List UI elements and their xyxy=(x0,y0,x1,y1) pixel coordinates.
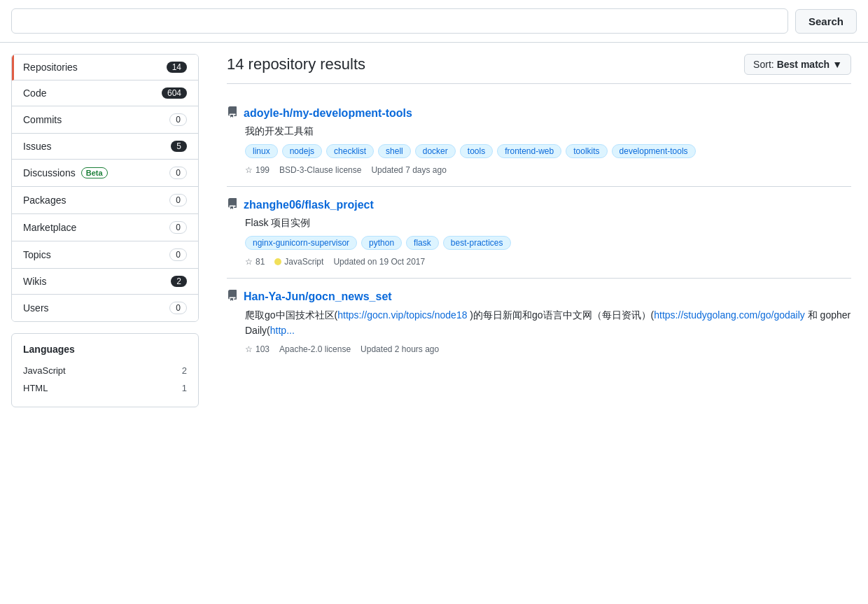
repo-3-updated: Updated 2 hours ago xyxy=(360,344,439,354)
repo-1-license: BSD-3-Clause license xyxy=(279,165,361,175)
repo-card-2: zhanghe06/flask_project Flask 项目实例 nginx… xyxy=(227,187,851,279)
results-header: 14 repository results Sort: Best match ▼ xyxy=(227,54,851,84)
repo-3-link-1[interactable]: https://gocn.vip/topics/node18 xyxy=(337,309,467,321)
commits-count: 0 xyxy=(169,113,187,126)
repo-icon-2 xyxy=(227,198,238,211)
sidebar-item-commits[interactable]: Commits 0 xyxy=(12,106,198,134)
repo-1-tags: linux nodejs checklist shell docker tool… xyxy=(245,144,851,158)
search-input[interactable]: in:readme 微信支付 stars>2000 xyxy=(11,8,788,34)
tag-docker[interactable]: docker xyxy=(415,144,456,158)
repo-1-name[interactable]: adoyle-h/my-development-tools xyxy=(244,107,412,120)
wikis-count: 2 xyxy=(171,276,187,287)
repo-3-link-2[interactable]: https://studygolang.com/go/godaily xyxy=(654,309,805,321)
tag-nodejs[interactable]: nodejs xyxy=(282,144,322,158)
results-area: 14 repository results Sort: Best match ▼… xyxy=(210,54,868,407)
sidebar-item-users[interactable]: Users 0 xyxy=(12,295,198,321)
repo-3-stars: ☆ 103 xyxy=(245,344,270,354)
sidebar: Repositories 14 Code 604 Commits 0 xyxy=(0,54,210,407)
repo-1-updated: Updated 7 days ago xyxy=(371,165,446,175)
tag-checklist[interactable]: checklist xyxy=(326,144,374,158)
repo-1-stars: ☆ 199 xyxy=(245,165,270,175)
repo-icon-3 xyxy=(227,290,238,303)
repo-3-name[interactable]: Han-Ya-Jun/gocn_news_set xyxy=(244,290,392,303)
sidebar-item-marketplace[interactable]: Marketplace 0 xyxy=(12,214,198,241)
topics-count: 0 xyxy=(169,248,187,261)
star-icon-3: ☆ xyxy=(245,344,253,354)
repo-2-language: JavaScript xyxy=(274,257,323,267)
sort-label: Sort: xyxy=(753,59,774,70)
tag-toolkits[interactable]: toolkits xyxy=(566,144,607,158)
repo-2-tags: nginx-gunicorn-supervisor python flask b… xyxy=(245,236,851,250)
repo-1-description: 我的开发工具箱 xyxy=(245,124,851,139)
repo-3-link-3[interactable]: http... xyxy=(270,325,295,336)
sidebar-item-packages[interactable]: Packages 0 xyxy=(12,187,198,214)
tag-development-tools[interactable]: development-tools xyxy=(612,144,696,158)
tag-frontend-web[interactable]: frontend-web xyxy=(497,144,561,158)
packages-count: 0 xyxy=(169,194,187,206)
repo-2-description: Flask 项目实例 xyxy=(245,216,851,230)
sort-button[interactable]: Sort: Best match ▼ xyxy=(744,54,851,75)
tag-python[interactable]: python xyxy=(361,236,402,250)
repo-card-1: adoyle-h/my-development-tools 我的开发工具箱 li… xyxy=(227,95,851,187)
sidebar-item-wikis[interactable]: Wikis 2 xyxy=(12,269,198,295)
sidebar-item-repositories[interactable]: Repositories 14 xyxy=(12,55,198,80)
issues-count: 5 xyxy=(171,141,187,152)
sidebar-item-topics[interactable]: Topics 0 xyxy=(12,241,198,269)
marketplace-count: 0 xyxy=(169,221,187,234)
repo-card-3: Han-Ya-Jun/gocn_news_set 爬取go中国技术社区(http… xyxy=(227,279,851,365)
search-bar: in:readme 微信支付 stars>2000 Search xyxy=(0,0,868,43)
languages-title: Languages xyxy=(23,344,187,355)
repositories-count: 14 xyxy=(167,62,187,73)
language-item-html[interactable]: HTML 1 xyxy=(23,379,187,397)
beta-badge: Beta xyxy=(81,167,108,178)
sidebar-item-code[interactable]: Code 604 xyxy=(12,80,198,106)
repo-1-meta: ☆ 199 BSD-3-Clause license Updated 7 day… xyxy=(245,165,851,175)
code-count: 604 xyxy=(162,87,187,99)
repo-2-name[interactable]: zhanghe06/flask_project xyxy=(244,199,374,211)
tag-best-practices[interactable]: best-practices xyxy=(443,236,511,250)
tag-nginx[interactable]: nginx-gunicorn-supervisor xyxy=(245,236,357,250)
repo-2-stars: ☆ 81 xyxy=(245,257,265,267)
repo-2-updated: Updated on 19 Oct 2017 xyxy=(333,257,425,267)
star-icon: ☆ xyxy=(245,165,253,175)
sidebar-item-discussions[interactable]: Discussions Beta 0 xyxy=(12,160,198,187)
repo-2-meta: ☆ 81 JavaScript Updated on 19 Oct 2017 xyxy=(245,257,851,267)
sort-value: Best match xyxy=(777,59,830,70)
language-dot xyxy=(274,258,281,265)
users-count: 0 xyxy=(169,302,187,314)
repo-3-license: Apache-2.0 license xyxy=(279,344,351,354)
language-item-javascript[interactable]: JavaScript 2 xyxy=(23,362,187,379)
star-icon-2: ☆ xyxy=(245,257,253,267)
chevron-down-icon: ▼ xyxy=(832,59,842,70)
sidebar-item-issues[interactable]: Issues 5 xyxy=(12,134,198,160)
sidebar-nav: Repositories 14 Code 604 Commits 0 xyxy=(11,54,199,322)
tag-flask[interactable]: flask xyxy=(406,236,439,250)
repo-3-description: 爬取go中国技术社区(https://gocn.vip/topics/node1… xyxy=(245,307,851,339)
repo-icon xyxy=(227,106,238,120)
tag-shell[interactable]: shell xyxy=(378,144,411,158)
results-title: 14 repository results xyxy=(227,55,365,73)
main-layout: Repositories 14 Code 604 Commits 0 xyxy=(0,43,868,419)
tag-tools[interactable]: tools xyxy=(460,144,493,158)
search-button[interactable]: Search xyxy=(795,9,857,34)
languages-section: Languages JavaScript 2 HTML 1 xyxy=(11,333,199,407)
repo-3-meta: ☆ 103 Apache-2.0 license Updated 2 hours… xyxy=(245,344,851,354)
tag-linux[interactable]: linux xyxy=(245,144,278,158)
discussions-count: 0 xyxy=(169,167,187,179)
